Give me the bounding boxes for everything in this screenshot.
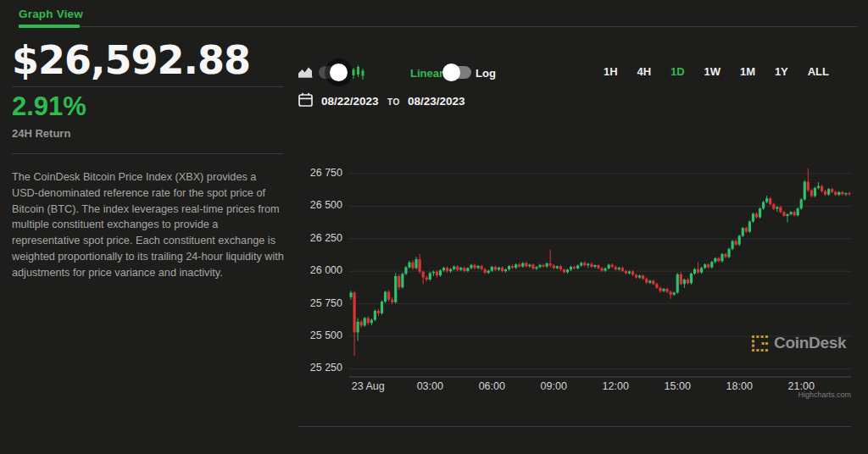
candle-body <box>786 214 788 216</box>
candle-body <box>662 289 665 291</box>
candle-body <box>655 284 658 288</box>
candle-body <box>401 274 403 287</box>
candle-body <box>391 300 393 302</box>
candle-body <box>831 189 833 191</box>
candle-body <box>470 265 472 269</box>
candle-body <box>408 263 410 268</box>
highcharts-credit[interactable]: Highcharts.com <box>766 390 851 399</box>
candle-body <box>628 272 631 274</box>
candle-body <box>473 265 476 269</box>
candle-body <box>597 265 599 268</box>
candle-body <box>576 265 579 268</box>
candle-body <box>673 292 676 294</box>
candle-body <box>604 269 606 271</box>
candle-body <box>693 269 696 274</box>
candle-body <box>707 264 709 267</box>
candle-body <box>360 322 363 326</box>
candle-body <box>370 320 373 324</box>
candle-body <box>700 268 703 273</box>
candle-body <box>525 263 527 267</box>
candle-body <box>680 274 682 284</box>
candle-body <box>487 271 490 273</box>
candle-body <box>782 212 785 216</box>
candle-body <box>504 269 507 271</box>
y-axis-label: 26 750 <box>288 167 342 179</box>
candle-body <box>742 228 744 235</box>
y-axis-label: 25 750 <box>288 297 342 309</box>
candle-body <box>494 267 497 269</box>
candle-body <box>724 254 726 257</box>
candle-body <box>593 265 596 267</box>
candle-body <box>710 262 713 267</box>
candle-body <box>659 288 661 291</box>
candle-body <box>528 265 531 267</box>
candle-body <box>817 186 820 188</box>
x-axis-label: 09:00 <box>541 380 567 392</box>
candle-body <box>476 266 479 268</box>
candle-body <box>841 192 843 194</box>
candle-body <box>580 263 582 265</box>
candle-body <box>611 265 614 267</box>
candle-body <box>765 198 768 202</box>
candle-body <box>690 274 693 283</box>
candle-body <box>618 268 620 269</box>
candle-body <box>394 276 397 302</box>
candle-body <box>546 263 548 267</box>
x-axis-label: 23 Aug <box>352 380 385 392</box>
candle-body <box>755 213 758 217</box>
candle-body <box>827 189 830 194</box>
candle-body <box>810 191 813 197</box>
candle-body <box>804 182 806 200</box>
candle-body <box>652 281 654 285</box>
y-axis-label: 25 500 <box>288 329 342 341</box>
candle-body <box>508 266 510 269</box>
candle-body <box>432 272 435 274</box>
candle-body <box>583 263 586 265</box>
candle-body <box>535 267 537 269</box>
candle-body <box>752 213 754 221</box>
candle-body <box>511 266 514 268</box>
candle-body <box>553 265 555 268</box>
candle-body <box>670 291 672 294</box>
candle-body <box>800 199 803 208</box>
candle-body <box>797 208 799 215</box>
candle-body <box>573 267 576 269</box>
candle-body <box>374 311 376 320</box>
y-axis-label: 26 000 <box>288 264 342 276</box>
candle-body <box>727 249 730 257</box>
candle-body <box>676 274 679 293</box>
candle-body <box>759 208 761 217</box>
candle-body <box>357 322 359 333</box>
candle-body <box>717 258 720 261</box>
candle-body <box>367 318 370 323</box>
x-axis-label: 06:00 <box>479 380 505 392</box>
candle-body <box>453 267 455 269</box>
candle-body <box>687 280 689 283</box>
candle-body <box>697 269 699 273</box>
candle-body <box>848 193 850 194</box>
x-axis-label: 12:00 <box>603 380 629 392</box>
candle-body <box>436 272 438 275</box>
candle-body <box>398 276 400 287</box>
chart-bottom-divider <box>298 426 851 427</box>
candle-body <box>521 263 524 267</box>
candle-body <box>459 268 462 269</box>
x-axis-label: 03:00 <box>417 380 443 392</box>
candle-body <box>745 228 748 231</box>
candle-body <box>381 302 383 313</box>
candle-body <box>807 182 810 191</box>
candle-body <box>704 264 706 268</box>
candle-body <box>665 289 668 291</box>
candle-body <box>384 291 387 302</box>
candle-body <box>442 268 445 270</box>
candle-body <box>349 293 352 297</box>
candle-body <box>515 264 517 268</box>
candle-body <box>772 204 775 208</box>
candle-body <box>821 186 823 191</box>
candle-body <box>621 268 624 271</box>
candle-body <box>439 270 442 275</box>
candle-body <box>538 265 541 267</box>
candle-body <box>844 193 847 194</box>
candle-body <box>411 263 414 269</box>
candle-body <box>419 259 421 272</box>
